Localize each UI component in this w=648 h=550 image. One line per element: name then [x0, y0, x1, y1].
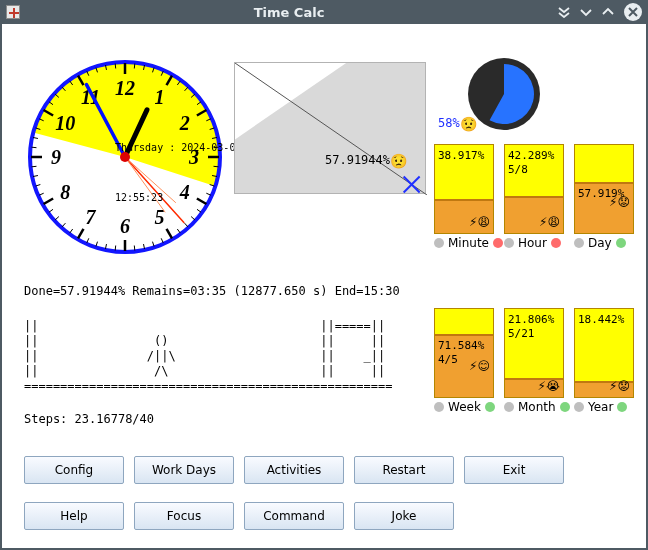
- svg-point-78: [120, 152, 130, 162]
- restore-down-icon[interactable]: [558, 6, 570, 18]
- progress-caption: Month: [504, 400, 570, 414]
- svg-line-60: [115, 64, 116, 69]
- progress-bar: 71.584%4/5⚡😊: [434, 308, 494, 398]
- focus-button[interactable]: Focus: [134, 502, 234, 530]
- svg-line-27: [161, 238, 163, 243]
- progress-bar: 57.919%⚡😟: [574, 144, 634, 234]
- svg-line-32: [115, 246, 116, 251]
- svg-line-21: [197, 199, 207, 205]
- progress-sub: 5/8: [508, 163, 528, 176]
- progress-rect-percent: 57.91944%: [325, 153, 390, 167]
- svg-line-17: [214, 166, 219, 167]
- progress-caption: Week: [434, 400, 495, 414]
- progress-caption: Minute: [434, 236, 503, 250]
- progress-cells-grid: 38.917%⚡😩Minute42.289%5/8⚡😩Hour57.919%⚡😟…: [434, 144, 634, 404]
- progress-bar: 42.289%5/8⚡😩: [504, 144, 564, 234]
- progress-bar: 21.806%5/21⚡😭: [504, 308, 564, 398]
- window-controls: [558, 3, 642, 21]
- clock-date-label: Thursday : 2024-03-07: [115, 142, 241, 153]
- svg-text:1: 1: [155, 86, 165, 108]
- day-pie-label: 58%😟: [438, 116, 477, 132]
- svg-text:10: 10: [55, 112, 75, 134]
- progress-cell-minute: 38.917%⚡😩Minute: [434, 144, 494, 250]
- progress-sub: 5/21: [508, 327, 535, 340]
- svg-text:9: 9: [51, 146, 61, 168]
- app-window: 123456789101112 Thursday : 2024-03-07 12…: [2, 24, 646, 548]
- status-dot-green: [616, 238, 626, 248]
- status-dot-red: [551, 238, 561, 248]
- maximize-icon[interactable]: [602, 6, 614, 18]
- restart-button[interactable]: Restart: [354, 456, 454, 484]
- progress-rectangle: 57.91944%😟: [234, 62, 426, 194]
- svg-line-41: [44, 199, 54, 205]
- svg-line-22: [197, 209, 201, 212]
- svg-line-25: [177, 229, 180, 233]
- progress-percent: 71.584%: [438, 339, 484, 352]
- progress-cell-month: 21.806%5/21⚡😭Month: [504, 308, 564, 414]
- svg-line-36: [78, 229, 84, 239]
- status-dot-gray: [504, 238, 514, 248]
- progress-label: Hour: [518, 236, 547, 250]
- svg-line-2: [134, 64, 135, 69]
- steps-line: Steps: 23.16778/40: [24, 412, 154, 426]
- svg-text:6: 6: [120, 215, 130, 237]
- button-row-2: HelpFocusCommandJoke: [24, 502, 454, 530]
- bolt-bottom-icon: ⚡😩: [469, 215, 490, 229]
- day-pie-face-icon: 😟: [460, 116, 477, 132]
- joke-button[interactable]: Joke: [354, 502, 454, 530]
- progress-label: Week: [448, 400, 481, 414]
- svg-line-35: [87, 238, 89, 243]
- svg-line-42: [39, 193, 44, 195]
- svg-line-80: [235, 63, 427, 195]
- svg-line-24: [185, 223, 188, 227]
- ascii-art: || ||=====|| || () || || || /||\ || _|| …: [24, 319, 392, 394]
- status-dot-gray: [434, 402, 444, 412]
- status-line: Done=57.91944% Remains=03:35 (12877.650 …: [24, 284, 400, 298]
- status-dot-gray: [504, 402, 514, 412]
- svg-line-38: [62, 223, 65, 227]
- status-dot-green: [485, 402, 495, 412]
- svg-line-45: [32, 166, 37, 167]
- bolt-bottom-icon: ⚡😩: [539, 215, 560, 229]
- progress-cell-year: 18.442%⚡😟Year: [574, 308, 634, 414]
- status-dot-gray: [574, 238, 584, 248]
- svg-line-20: [206, 193, 211, 195]
- svg-line-47: [32, 147, 37, 148]
- svg-text:7: 7: [86, 206, 97, 228]
- svg-line-37: [70, 229, 73, 233]
- progress-percent: 18.442%: [578, 313, 624, 326]
- svg-line-40: [49, 209, 53, 212]
- analog-clock: 123456789101112 Thursday : 2024-03-07 12…: [20, 52, 230, 262]
- progress-percent: 42.289%: [508, 149, 554, 162]
- help-button[interactable]: Help: [24, 502, 124, 530]
- bolt-top-icon: ⚡😟: [609, 195, 630, 209]
- status-dot-green: [617, 402, 627, 412]
- clock-time-label: 12:55:23: [115, 192, 163, 203]
- progress-caption: Day: [574, 236, 626, 250]
- status-dot-green: [560, 402, 570, 412]
- exit-button[interactable]: Exit: [464, 456, 564, 484]
- svg-text:2: 2: [179, 112, 190, 134]
- progress-bar: 38.917%⚡😩: [434, 144, 494, 234]
- activities-button[interactable]: Activities: [244, 456, 344, 484]
- minimize-icon[interactable]: [580, 6, 592, 18]
- status-dot-gray: [434, 238, 444, 248]
- close-icon[interactable]: [624, 3, 642, 21]
- bolt-top-icon: ⚡😊: [469, 359, 490, 373]
- svg-text:4: 4: [179, 181, 190, 203]
- progress-label: Minute: [448, 236, 489, 250]
- progress-cell-hour: 42.289%5/8⚡😩Hour: [504, 144, 564, 250]
- config-button[interactable]: Config: [24, 456, 124, 484]
- progress-sub: 4/5: [438, 353, 458, 366]
- progress-cell-week: 71.584%4/5⚡😊Week: [434, 308, 494, 414]
- progress-rect-face-icon: 😟: [390, 153, 407, 169]
- button-row-1: ConfigWork DaysActivitiesRestartExit: [24, 456, 564, 484]
- progress-caption: Hour: [504, 236, 561, 250]
- day-pie-percent: 58%: [438, 116, 460, 130]
- work-days-button[interactable]: Work Days: [134, 456, 234, 484]
- progress-rect-label: 57.91944%😟: [325, 153, 407, 169]
- svg-line-30: [134, 246, 135, 251]
- progress-percent: 21.806%: [508, 313, 554, 326]
- progress-cell-day: 57.919%⚡😟Day: [574, 144, 634, 250]
- command-button[interactable]: Command: [244, 502, 344, 530]
